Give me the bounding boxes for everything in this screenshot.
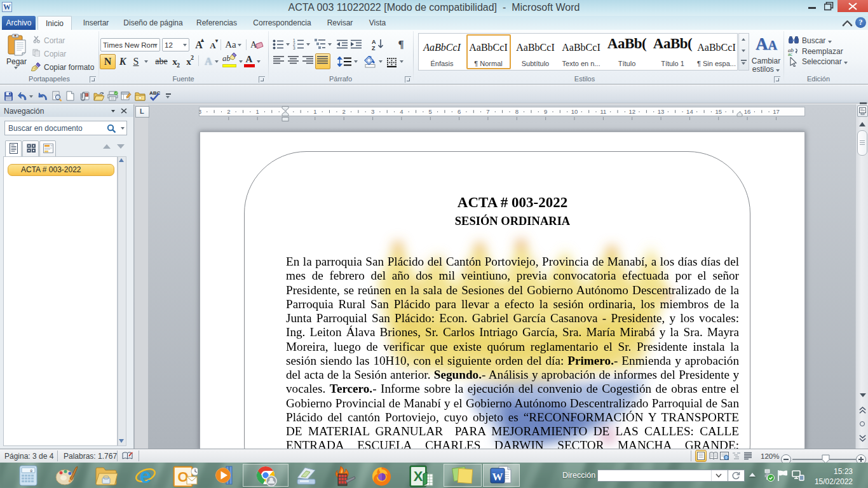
svg-text:9: 9 bbox=[544, 108, 547, 115]
svg-text:A: A bbox=[372, 39, 376, 45]
svg-text:X: X bbox=[414, 468, 423, 484]
svg-text:e: e bbox=[140, 465, 151, 487]
svg-text:16: 16 bbox=[744, 108, 751, 115]
svg-text:14: 14 bbox=[686, 108, 693, 115]
svg-text:10: 10 bbox=[571, 108, 578, 115]
svg-text:ABC: ABC bbox=[149, 90, 160, 96]
svg-text:W: W bbox=[492, 471, 503, 483]
svg-text:11: 11 bbox=[600, 108, 606, 115]
svg-text:5: 5 bbox=[429, 108, 432, 115]
svg-text:3: 3 bbox=[199, 108, 201, 115]
svg-text:4: 4 bbox=[400, 108, 403, 115]
svg-text:0: 0 bbox=[30, 469, 32, 473]
svg-text:ac: ac bbox=[788, 51, 793, 56]
svg-text:7: 7 bbox=[486, 108, 489, 115]
svg-text:3: 3 bbox=[371, 108, 374, 115]
svg-text:Z: Z bbox=[372, 45, 376, 50]
svg-text:2: 2 bbox=[342, 108, 346, 115]
svg-text:13: 13 bbox=[658, 108, 665, 115]
svg-text:12: 12 bbox=[628, 108, 635, 115]
svg-text:3: 3 bbox=[293, 46, 295, 50]
svg-text:8: 8 bbox=[515, 108, 519, 115]
svg-text:15: 15 bbox=[715, 108, 722, 115]
svg-text:17: 17 bbox=[773, 108, 780, 115]
svg-text:1: 1 bbox=[256, 108, 259, 115]
svg-text:2: 2 bbox=[227, 108, 230, 115]
svg-text:1: 1 bbox=[313, 108, 316, 115]
svg-text:6: 6 bbox=[458, 108, 461, 115]
